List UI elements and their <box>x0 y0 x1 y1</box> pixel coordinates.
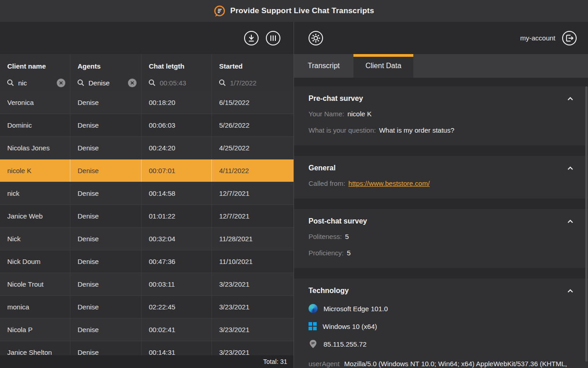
account-label: my-account <box>520 34 555 42</box>
search-icon <box>77 79 84 86</box>
cell-client: Nick Doum <box>0 250 70 273</box>
section-prechat-survey: Pre-chat survey Your Name:nicole K What … <box>294 86 588 145</box>
cell-length: 00:03:11 <box>142 273 212 295</box>
table-row[interactable]: Janice Web Denise 01:01:22 12/7/2021 <box>0 205 294 228</box>
cell-agent: Denise <box>70 296 142 318</box>
cell-client: Janice Web <box>0 205 70 227</box>
download-icon <box>244 30 259 46</box>
cell-length: 01:01:22 <box>142 205 212 227</box>
section-title: General <box>309 164 336 172</box>
cell-length: 02:22:45 <box>142 296 212 318</box>
ip-pin-icon: IP <box>309 339 318 348</box>
collapse-general-button[interactable] <box>566 164 574 172</box>
gear-icon <box>308 30 323 46</box>
table-footer: Total: 31 <box>0 355 294 368</box>
cell-started: 3/23/2021 <box>212 341 294 355</box>
settings-button[interactable] <box>308 30 323 46</box>
table-row[interactable]: Nick Doum Denise 00:47:36 11/10/2021 <box>0 250 294 273</box>
cell-agent: Denise <box>70 250 142 273</box>
field-question: What is your question:What is my order s… <box>309 125 574 135</box>
table-row[interactable]: nick Denise 00:14:58 12/7/2021 <box>0 182 294 205</box>
chevron-up-icon <box>567 289 573 293</box>
cell-started: 11/28/2021 <box>212 228 294 250</box>
cell-started: 4/25/2022 <box>212 137 294 159</box>
cell-started: 12/7/2021 <box>212 205 294 227</box>
table-row[interactable]: monica Denise 02:22:45 3/23/2021 <box>0 296 294 318</box>
table-row[interactable]: Janice Shelton Denise 00:14:31 3/23/2021 <box>0 341 294 355</box>
called-from-link[interactable]: https://www.beststore.com/ <box>348 179 430 187</box>
cell-agent: Denise <box>70 341 142 355</box>
collapse-postchat-button[interactable] <box>566 218 574 225</box>
cell-client: Nicolas Jones <box>0 137 70 159</box>
cell-client: Nick <box>0 228 70 250</box>
download-button[interactable] <box>244 30 259 46</box>
search-icon <box>7 79 14 86</box>
column-header-chat-length: Chat letgth <box>142 54 212 74</box>
table-row-selected[interactable]: nicole K Denise 00:07:01 4/11/2022 <box>0 159 294 182</box>
page-title: Provide Support Live Chat Transcripts <box>230 6 374 15</box>
detail-toolbar: my-account <box>294 22 588 54</box>
search-icon <box>219 79 226 86</box>
column-header-client-name: Client name <box>0 54 70 74</box>
logo-icon <box>214 5 225 17</box>
cell-started: 6/15/2022 <box>212 91 294 114</box>
cell-length: 00:32:04 <box>142 228 212 250</box>
filter-client-input[interactable] <box>18 79 53 87</box>
tab-bar: Transcript Client Data <box>294 54 588 78</box>
filter-agent-input[interactable] <box>88 79 124 87</box>
collapse-prechat-button[interactable] <box>566 95 574 103</box>
collapse-technology-button[interactable] <box>566 287 574 295</box>
cell-client: Veronica <box>0 91 70 114</box>
cell-agent: Denise <box>70 273 142 295</box>
scrollbar-thumb[interactable] <box>585 86 588 362</box>
section-title: Pre-chat survey <box>309 94 363 103</box>
cell-length: 00:47:36 <box>142 250 212 273</box>
cell-agent: Denise <box>70 114 142 136</box>
tech-os: Windows 10 (x64) <box>309 322 574 330</box>
columns-button[interactable] <box>265 30 281 46</box>
columns-icon <box>265 30 281 46</box>
table-row[interactable]: Dominic Denise 00:06:03 5/26/2022 <box>0 114 294 137</box>
cell-length: 00:06:03 <box>142 114 212 136</box>
cell-length: 00:14:31 <box>142 341 212 355</box>
section-title: Technology <box>309 287 349 295</box>
table-toolbar <box>0 22 294 54</box>
cell-length: 00:07:01 <box>142 159 212 182</box>
search-icon <box>148 79 156 86</box>
table-row[interactable]: Veronica Denise 00:18:20 6/15/2022 <box>0 91 294 114</box>
clear-agent-filter-button[interactable] <box>128 79 137 87</box>
cell-agent: Denise <box>70 137 142 159</box>
windows-icon <box>309 322 317 330</box>
section-technology: Technology Microsoft Edge 101.0 <box>294 278 588 368</box>
cell-started: 12/7/2021 <box>212 182 294 204</box>
cell-agent: Denise <box>70 182 142 204</box>
filter-row <box>0 74 294 91</box>
table-row[interactable]: Nicola P Denise 00:02:41 3/23/2021 <box>0 318 294 341</box>
section-title: Post-chat survey <box>309 217 367 225</box>
clear-client-filter-button[interactable] <box>57 79 65 87</box>
detail-panel: my-account Transcript Client Data <box>294 22 588 368</box>
cell-started: 3/23/2021 <box>212 273 294 295</box>
table-row[interactable]: Nicole Trout Denise 00:03:11 3/23/2021 <box>0 273 294 296</box>
cell-started: 3/23/2021 <box>212 318 294 341</box>
column-header-started: Started <box>212 54 294 74</box>
tab-transcript[interactable]: Transcript <box>294 54 353 78</box>
tech-browser: Microsoft Edge 101.0 <box>309 304 574 313</box>
field-proficiency: Proficiency:5 <box>309 248 574 258</box>
cell-agent: Denise <box>70 205 142 227</box>
table-row[interactable]: Nicolas Jones Denise 00:24:20 4/25/2022 <box>0 137 294 159</box>
table-body: Veronica Denise 00:18:20 6/15/2022 Domin… <box>0 91 294 355</box>
section-postchat-survey: Post-chat survey Politeness:5 Proficienc… <box>294 209 588 268</box>
tabbar-filler <box>413 54 588 78</box>
table-row[interactable]: Nick Denise 00:32:04 11/28/2021 <box>0 228 294 250</box>
logout-button[interactable] <box>562 30 577 46</box>
cell-client: nick <box>0 182 70 204</box>
tab-client-data[interactable]: Client Data <box>353 54 413 78</box>
tech-ip: IP 85.115.255.72 <box>309 339 574 348</box>
cell-length: 00:18:20 <box>142 91 212 114</box>
cell-agent: Denise <box>70 91 142 114</box>
cell-client: Nicola P <box>0 318 70 341</box>
field-your-name: Your Name:nicole K <box>309 109 574 119</box>
logout-icon <box>562 30 577 46</box>
filter-chat-length-input[interactable] <box>160 79 207 87</box>
